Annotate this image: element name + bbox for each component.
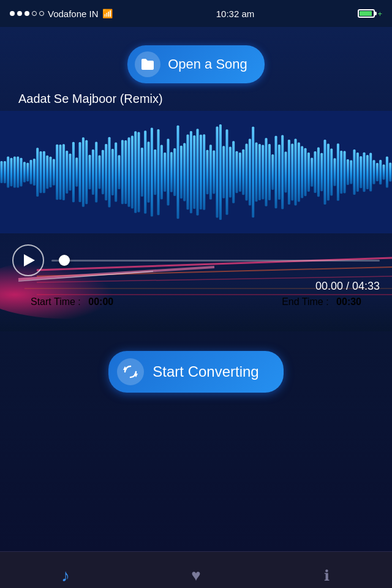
- signal-dot-2: [17, 11, 22, 16]
- tab-my-tones[interactable]: ♥ My Tones: [130, 552, 261, 588]
- svg-rect-85: [278, 145, 281, 200]
- svg-rect-89: [291, 144, 293, 201]
- svg-rect-52: [170, 152, 173, 192]
- svg-rect-9: [30, 160, 32, 184]
- svg-rect-73: [239, 153, 241, 192]
- svg-rect-84: [275, 136, 277, 208]
- svg-rect-20: [66, 151, 68, 194]
- svg-rect-47: [154, 149, 156, 195]
- charging-icon: +: [377, 9, 382, 18]
- svg-rect-58: [190, 131, 192, 213]
- svg-rect-75: [246, 144, 248, 201]
- svg-rect-34: [111, 149, 114, 195]
- main-content: Open a Song Aadat Se Majboor (Remix): [0, 27, 392, 551]
- carrier-label: Vodafone IN: [48, 9, 99, 19]
- svg-rect-113: [369, 153, 372, 192]
- svg-rect-14: [46, 156, 48, 189]
- svg-rect-63: [206, 150, 209, 194]
- svg-rect-1: [4, 161, 6, 183]
- svg-rect-31: [102, 150, 104, 195]
- svg-rect-13: [43, 151, 45, 194]
- svg-rect-27: [89, 155, 91, 190]
- svg-rect-112: [366, 155, 369, 189]
- svg-rect-76: [249, 139, 251, 206]
- time-display: 00.00 / 04:33: [315, 280, 392, 293]
- svg-rect-72: [236, 151, 238, 193]
- svg-rect-65: [213, 150, 215, 194]
- svg-rect-50: [164, 153, 166, 192]
- svg-rect-16: [53, 159, 55, 185]
- svg-rect-41: [134, 131, 137, 213]
- open-song-button[interactable]: Open a Song: [127, 45, 265, 83]
- start-time-label: Start Time : 00:00: [31, 296, 113, 307]
- svg-rect-80: [262, 145, 264, 200]
- svg-rect-36: [118, 155, 121, 189]
- svg-rect-40: [131, 136, 134, 209]
- svg-rect-17: [56, 145, 58, 200]
- svg-rect-53: [173, 148, 176, 196]
- svg-rect-26: [85, 140, 88, 205]
- tab-bar: ♪ Create Ringtone ♥ My Tones ℹ Help: [0, 551, 392, 588]
- heart-icon: ♥: [191, 566, 200, 585]
- start-end-times: Start Time : 00:00 End Time : 00:30: [0, 293, 392, 311]
- song-title: Aadat Se Majboor (Remix): [0, 92, 163, 106]
- svg-rect-48: [157, 129, 160, 215]
- status-time: 10:32 am: [216, 9, 255, 19]
- svg-rect-62: [203, 134, 205, 209]
- tab-help[interactable]: ℹ Help: [262, 552, 392, 588]
- total-time: 04:33: [352, 280, 380, 292]
- svg-rect-106: [347, 159, 349, 185]
- start-time-value: 00:00: [88, 296, 113, 307]
- open-song-label: Open a Song: [168, 56, 247, 72]
- svg-rect-67: [219, 124, 222, 220]
- tab-create-ringtone[interactable]: ♪ Create Ringtone: [0, 552, 130, 588]
- svg-rect-29: [95, 142, 97, 203]
- svg-rect-97: [317, 148, 320, 197]
- svg-rect-105: [344, 151, 346, 194]
- svg-rect-61: [200, 135, 202, 209]
- svg-rect-98: [320, 153, 323, 192]
- svg-rect-60: [197, 129, 199, 215]
- scrubber-thumb[interactable]: [59, 255, 70, 266]
- start-converting-button[interactable]: Start Converting: [108, 351, 283, 393]
- svg-rect-46: [151, 128, 153, 217]
- svg-rect-23: [75, 157, 78, 187]
- svg-rect-66: [216, 126, 219, 217]
- battery-icon: [358, 9, 375, 18]
- info-icon: ℹ: [324, 567, 330, 584]
- scrubber-track[interactable]: [51, 260, 380, 262]
- svg-rect-114: [373, 160, 375, 184]
- svg-rect-103: [337, 143, 339, 201]
- waveform-svg: [0, 111, 392, 233]
- time-separator: /: [346, 280, 352, 292]
- svg-rect-96: [314, 151, 317, 193]
- svg-rect-108: [353, 149, 356, 195]
- battery-fill: [360, 11, 372, 16]
- svg-rect-111: [363, 153, 366, 192]
- music-note-icon: ♪: [61, 566, 70, 586]
- svg-rect-92: [301, 146, 303, 198]
- svg-rect-38: [124, 140, 127, 204]
- svg-rect-6: [20, 158, 23, 187]
- svg-rect-30: [99, 155, 101, 189]
- svg-rect-11: [36, 148, 39, 197]
- svg-rect-100: [327, 144, 330, 201]
- end-time-text: End Time :: [282, 296, 328, 307]
- svg-rect-109: [356, 153, 359, 192]
- svg-rect-39: [128, 137, 130, 206]
- svg-rect-110: [360, 156, 362, 188]
- playback-area: 00.00 / 04:33 Start Time : 00:00 End Tim…: [0, 233, 392, 331]
- svg-rect-22: [72, 142, 75, 203]
- svg-rect-79: [258, 144, 261, 200]
- svg-rect-83: [271, 154, 274, 190]
- svg-rect-90: [295, 138, 297, 205]
- svg-rect-70: [229, 146, 232, 197]
- svg-rect-7: [23, 162, 26, 183]
- svg-rect-54: [177, 126, 179, 219]
- svg-rect-32: [105, 144, 107, 200]
- play-button[interactable]: [12, 244, 44, 276]
- svg-rect-43: [141, 148, 143, 197]
- status-bar: Vodafone IN 📶 10:32 am +: [0, 0, 392, 27]
- wifi-icon: 📶: [102, 9, 113, 18]
- svg-rect-71: [232, 141, 235, 203]
